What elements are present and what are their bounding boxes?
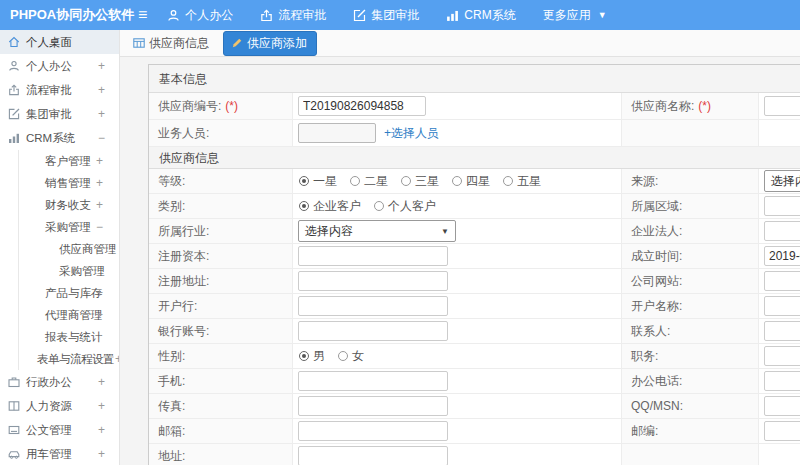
sidebar-item-finance[interactable]: 财务收支 + bbox=[19, 194, 119, 216]
bank-input[interactable] bbox=[298, 296, 448, 316]
car-icon bbox=[8, 448, 20, 460]
zip-label: 邮编: bbox=[631, 423, 658, 440]
sidebar-item-personal-desktop[interactable]: 个人桌面 bbox=[0, 30, 119, 54]
legal-person-input[interactable] bbox=[764, 221, 800, 241]
nav-workflow-approval[interactable]: 流程审批 bbox=[260, 7, 326, 24]
source-select[interactable]: 选择内容▼ bbox=[764, 170, 800, 192]
expand-toggle[interactable]: + bbox=[98, 399, 105, 413]
mobile-label: 手机: bbox=[158, 373, 185, 390]
office-phone-input[interactable] bbox=[764, 371, 800, 391]
radio-option-three-star[interactable]: 三星 bbox=[401, 173, 439, 190]
radio-checked-icon bbox=[299, 201, 309, 211]
section-title-basic-info: 基本信息 bbox=[149, 65, 800, 93]
collapse-toggle[interactable]: − bbox=[96, 220, 103, 234]
radio-checked-icon bbox=[299, 176, 309, 186]
form-row-supplier-code: 供应商编号: (*) 供应商名称: (*) bbox=[149, 93, 800, 120]
sidebar-item-customer-mgmt[interactable]: 客户管理 + bbox=[19, 150, 119, 172]
sidebar-item-crm-system[interactable]: CRM系统 − bbox=[0, 126, 119, 150]
account-name-input[interactable] bbox=[764, 296, 800, 316]
radio-option-female[interactable]: 女 bbox=[338, 348, 364, 365]
menu-toggle-icon[interactable]: ≡ bbox=[138, 0, 147, 30]
supplier-code-input[interactable] bbox=[298, 96, 426, 116]
tab-supplier-add[interactable]: 供应商添加 bbox=[223, 31, 317, 56]
expand-toggle[interactable]: + bbox=[96, 308, 103, 322]
bar-chart-icon bbox=[8, 132, 20, 144]
expand-toggle[interactable]: + bbox=[98, 447, 105, 461]
sidebar-item-sales-mgmt[interactable]: 销售管理 + bbox=[19, 172, 119, 194]
sidebar-item-reports-stats[interactable]: 报表与统计 bbox=[19, 326, 119, 348]
sidebar-item-admin-office[interactable]: 行政办公 + bbox=[0, 370, 119, 394]
expand-toggle[interactable]: + bbox=[98, 423, 105, 437]
radio-option-two-star[interactable]: 二星 bbox=[350, 173, 388, 190]
sidebar-item-purchase-mgmt[interactable]: 采购管理 − bbox=[19, 216, 119, 238]
radio-icon bbox=[350, 176, 360, 186]
region-input[interactable] bbox=[764, 196, 800, 216]
expand-toggle[interactable]: + bbox=[96, 198, 103, 212]
sidebar-item-supplier-mgmt[interactable]: 供应商管理 bbox=[19, 238, 119, 260]
nav-personal-office[interactable]: 个人办公 bbox=[167, 7, 233, 24]
sidebar-item-purchasing[interactable]: 采购管理 bbox=[19, 260, 119, 282]
tab-bar: 供应商信息 供应商添加 bbox=[120, 30, 800, 57]
supplier-name-input[interactable] bbox=[764, 96, 800, 116]
website-label: 公司网站: bbox=[631, 273, 682, 290]
radio-option-enterprise[interactable]: 企业客户 bbox=[299, 198, 361, 215]
chevron-down-icon: ▼ bbox=[441, 227, 449, 236]
pencil-icon bbox=[231, 37, 243, 49]
expand-toggle[interactable]: + bbox=[98, 375, 105, 389]
sidebar-item-human-resources[interactable]: 人力资源 + bbox=[0, 394, 119, 418]
industry-select[interactable]: 选择内容▼ bbox=[298, 220, 456, 242]
nav-crm-system[interactable]: CRM系统 bbox=[446, 7, 515, 24]
expand-toggle[interactable]: + bbox=[96, 286, 103, 300]
fax-input[interactable] bbox=[298, 396, 448, 416]
level-radio-group: 一星 二星 三星 四星 五星 bbox=[299, 173, 554, 190]
office-phone-label: 办公电话: bbox=[631, 373, 682, 390]
table-icon bbox=[133, 37, 145, 49]
tab-supplier-info[interactable]: 供应商信息 bbox=[133, 35, 209, 52]
sidebar-item-workflow-approval[interactable]: 流程审批 + bbox=[0, 78, 119, 102]
sidebar-item-group-approval[interactable]: 集团审批 + bbox=[0, 102, 119, 126]
contact-input[interactable] bbox=[764, 321, 800, 341]
founded-date-input[interactable] bbox=[764, 246, 800, 266]
sidebar-item-product-inventory[interactable]: 产品与库存 + bbox=[19, 282, 119, 304]
sidebar-item-personal-office[interactable]: 个人办公 + bbox=[0, 54, 119, 78]
radio-checked-icon bbox=[299, 351, 309, 361]
mobile-input[interactable] bbox=[298, 371, 448, 391]
collapse-toggle[interactable]: − bbox=[98, 131, 105, 145]
expand-toggle[interactable]: + bbox=[98, 83, 105, 97]
fax-label: 传真: bbox=[158, 398, 185, 415]
radio-icon bbox=[503, 176, 513, 186]
qq-msn-input[interactable] bbox=[764, 396, 800, 416]
bank-account-input[interactable] bbox=[298, 321, 448, 341]
expand-toggle[interactable]: + bbox=[96, 154, 103, 168]
top-bar: PHPOA协同办公软件 ≡ 个人办公 流程审批 集团审批 CRM系统 更多应用 … bbox=[0, 0, 800, 30]
radio-option-four-star[interactable]: 四星 bbox=[452, 173, 490, 190]
zip-input[interactable] bbox=[764, 421, 800, 441]
radio-option-male[interactable]: 男 bbox=[299, 348, 325, 365]
radio-option-one-star[interactable]: 一星 bbox=[299, 173, 337, 190]
nav-more-apps[interactable]: 更多应用 ▼ bbox=[543, 7, 607, 24]
legal-person-label: 企业法人: bbox=[631, 223, 682, 240]
address-input[interactable] bbox=[298, 446, 448, 465]
industry-label: 所属行业: bbox=[158, 223, 209, 240]
nav-group-approval[interactable]: 集团审批 bbox=[353, 7, 419, 24]
position-input[interactable] bbox=[764, 346, 800, 366]
sidebar-item-document-mgmt[interactable]: 公文管理 + bbox=[0, 418, 119, 442]
email-input[interactable] bbox=[298, 421, 448, 441]
registered-capital-input[interactable] bbox=[298, 246, 448, 266]
expand-toggle[interactable]: + bbox=[98, 107, 105, 121]
radio-option-individual[interactable]: 个人客户 bbox=[374, 198, 436, 215]
sidebar-item-agent-mgmt[interactable]: 代理商管理 + bbox=[19, 304, 119, 326]
nav-label: 流程审批 bbox=[278, 7, 326, 24]
expand-toggle[interactable]: + bbox=[98, 59, 105, 73]
sidebar-item-vehicle-mgmt[interactable]: 用车管理 + bbox=[0, 442, 119, 465]
staff-input[interactable] bbox=[298, 123, 376, 143]
expand-toggle[interactable]: + bbox=[96, 176, 103, 190]
select-staff-link[interactable]: +选择人员 bbox=[384, 125, 439, 142]
radio-option-five-star[interactable]: 五星 bbox=[503, 173, 541, 190]
sidebar-item-form-workflow-settings[interactable]: 表单与流程设置 + bbox=[19, 348, 119, 370]
registered-address-input[interactable] bbox=[298, 271, 448, 291]
main-content: 供应商信息 供应商添加 基本信息 供应商编号: (*) 供应商名称 bbox=[120, 30, 800, 465]
form-row-bank: 开户行: 开户名称: bbox=[149, 294, 800, 319]
website-input[interactable] bbox=[764, 271, 800, 291]
category-radio-group: 企业客户 个人客户 bbox=[299, 198, 449, 215]
